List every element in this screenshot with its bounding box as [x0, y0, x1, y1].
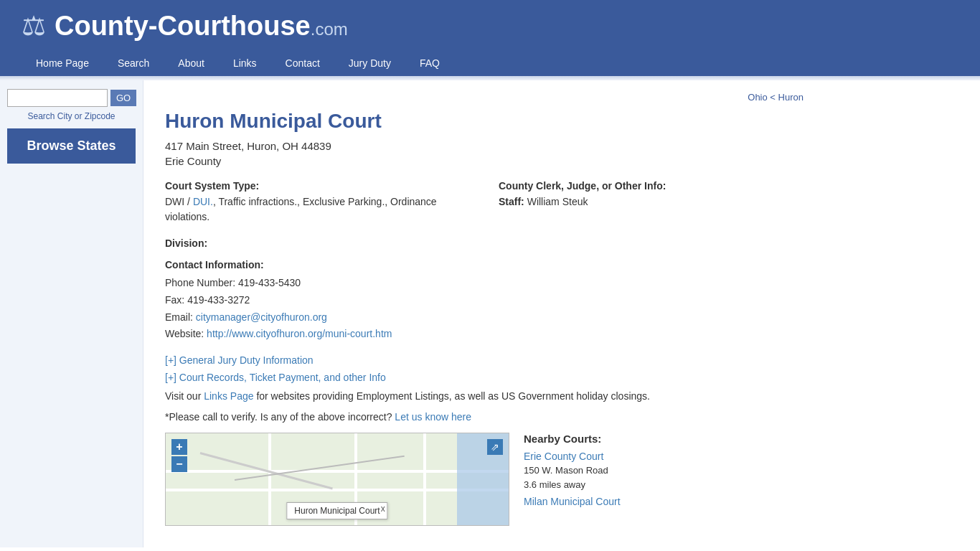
nearby-courts: Nearby Courts: Erie County Court 150 W. … — [524, 433, 804, 509]
info-right: County Clerk, Judge, or Other Info: Staf… — [499, 180, 804, 225]
nearby-court-1-info: 150 W. Mason Road 3.6 miles away — [524, 463, 804, 491]
search-input[interactable] — [7, 89, 108, 107]
info-grid: Court System Type: DWI / DUI., Traffic i… — [165, 180, 804, 225]
map-nearby: + − ⇗ Huron Municipal Court x Nearby Cou… — [165, 433, 804, 526]
page-layout: GO Search City or Zipcode Browse States … — [0, 80, 980, 547]
court-county: Erie County — [165, 155, 804, 167]
breadcrumb-state[interactable]: Ohio — [748, 92, 767, 103]
staff-label: Staff: — [499, 196, 524, 207]
links-text-post: for websites providing Employment Listin… — [254, 390, 650, 402]
website-line: Website: http://www.cityofhuron.org/muni… — [165, 326, 804, 343]
contact-section: Contact Information: Phone Number: 419-4… — [165, 259, 804, 343]
fax-value: 419-433-3272 — [187, 294, 250, 306]
scales-icon: ⚖ — [22, 10, 46, 42]
links-page-link[interactable]: Links Page — [204, 390, 253, 402]
website-label: Website: — [165, 328, 204, 339]
nav-contact[interactable]: Contact — [271, 50, 334, 76]
phone-label: Phone Number: — [165, 277, 235, 288]
breadcrumb: Ohio < Huron — [165, 92, 804, 103]
search-city-label: Search City or Zipcode — [7, 111, 136, 121]
court-address: 417 Main Street, Huron, OH 44839 — [165, 140, 804, 152]
email-line: Email: citymanager@cityofhuron.org — [165, 309, 804, 326]
main-nav: Home Page Search About Links Contact Jur… — [22, 50, 958, 76]
court-system-label: Court System Type: — [165, 180, 470, 192]
sidebar: GO Search City or Zipcode Browse States — [0, 80, 143, 547]
verify-text: *Please call to verify. Is any of the ab… — [165, 411, 804, 423]
dui-link[interactable]: DUI. — [193, 196, 213, 207]
website-link[interactable]: http://www.cityofhuron.org/muni-court.ht… — [207, 328, 392, 339]
map-zoom-out-button[interactable]: − — [171, 456, 187, 472]
staff-value: Staff: William Steuk — [499, 194, 804, 209]
browse-states-button[interactable]: Browse States — [7, 128, 136, 164]
site-title: County-Courthouse.com — [55, 11, 348, 42]
site-header: ⚖ County-Courthouse.com Home Page Search… — [0, 0, 980, 76]
map-popup-text: Huron Municipal Court — [294, 506, 380, 516]
county-clerk-label: County Clerk, Judge, or Other Info: — [499, 180, 804, 192]
road-v3 — [423, 433, 426, 525]
court-records-link[interactable]: [+] Court Records, Ticket Payment, and o… — [165, 372, 804, 383]
let-us-know-link[interactable]: Let us know here — [395, 411, 471, 423]
nearby-court-2-name[interactable]: Milan Municipal Court — [524, 496, 804, 507]
breadcrumb-separator: < — [768, 92, 778, 103]
jury-duty-link[interactable]: [+] General Jury Duty Information — [165, 354, 804, 366]
division-section: Division: — [165, 237, 804, 249]
nav-about[interactable]: About — [164, 50, 219, 76]
map-zoom-in-button[interactable]: + — [171, 439, 187, 455]
nav-search[interactable]: Search — [103, 50, 164, 76]
header-top: ⚖ County-Courthouse.com — [22, 10, 958, 50]
nav-jury-duty[interactable]: Jury Duty — [334, 50, 405, 76]
map-expand-button[interactable]: ⇗ — [487, 439, 503, 455]
phone-line: Phone Number: 419-433-5430 — [165, 275, 804, 292]
nav-links[interactable]: Links — [219, 50, 271, 76]
nearby-courts-title: Nearby Courts: — [524, 433, 804, 445]
road-v1 — [268, 433, 271, 525]
division-label: Division: — [165, 237, 804, 249]
go-button[interactable]: GO — [110, 90, 136, 106]
map-popup-close[interactable]: x — [381, 504, 385, 514]
email-link[interactable]: citymanager@cityofhuron.org — [196, 311, 327, 323]
fax-line: Fax: 419-433-3272 — [165, 292, 804, 309]
search-box-area: GO — [7, 89, 136, 107]
court-system-value: DWI / DUI., Traffic infractions., Exclus… — [165, 194, 470, 225]
map-popup: Huron Municipal Court x — [286, 502, 387, 519]
phone-value: 419-433-5430 — [238, 277, 301, 288]
info-left: Court System Type: DWI / DUI., Traffic i… — [165, 180, 470, 225]
email-label: Email: — [165, 311, 193, 323]
court-title: Huron Municipal Court — [165, 110, 804, 133]
contact-label: Contact Information: — [165, 259, 804, 270]
main-content: Ohio < Huron Huron Municipal Court 417 M… — [143, 80, 825, 547]
map-container: + − ⇗ Huron Municipal Court x — [165, 433, 509, 526]
nearby-court-1-name[interactable]: Erie County Court — [524, 451, 804, 462]
nav-faq[interactable]: FAQ — [405, 50, 454, 76]
links-text: Visit our Links Page for websites provid… — [165, 389, 804, 404]
fax-label: Fax: — [165, 294, 184, 306]
nav-home[interactable]: Home Page — [22, 50, 103, 76]
breadcrumb-county: Huron — [778, 92, 804, 103]
